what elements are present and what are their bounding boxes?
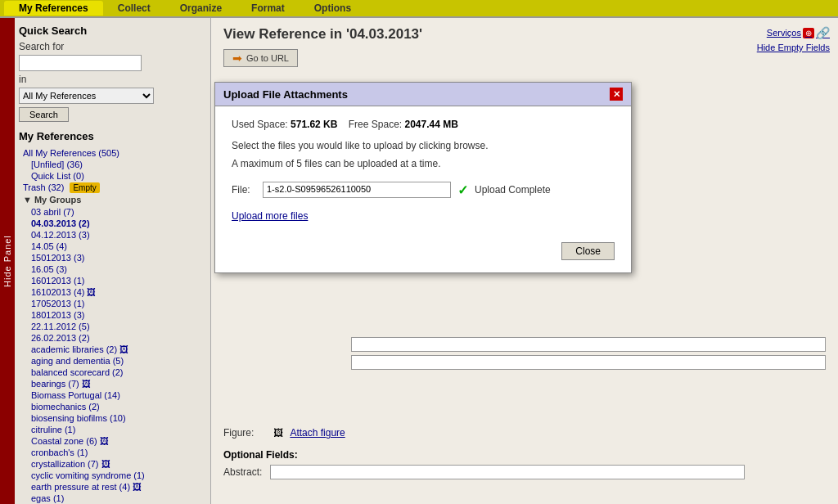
file-input-display[interactable]: 1-s2.0-S09596526110050 <box>263 182 451 198</box>
free-space-value: 2047.44 MB <box>405 119 458 130</box>
free-space-label: Free Space: <box>349 119 402 130</box>
modal-footer: Close <box>215 234 631 272</box>
modal-title: Upload File Attachments <box>223 88 348 101</box>
select-msg: Select the files you would like to uploa… <box>232 140 615 151</box>
file-label: File: <box>232 184 256 196</box>
modal-overlay: Upload File Attachments ✕ Used Space: 57… <box>0 0 838 504</box>
modal-header: Upload File Attachments ✕ <box>215 83 631 106</box>
file-row: File: 1-s2.0-S09596526110050 ✓ Upload Co… <box>232 182 615 198</box>
max-msg: A maximum of 5 files can be uploaded at … <box>232 158 615 169</box>
upload-more-link[interactable]: Upload more files <box>232 210 308 222</box>
space-info: Used Space: 571.62 KB Free Space: 2047.4… <box>232 119 615 130</box>
modal-body: Used Space: 571.62 KB Free Space: 2047.4… <box>215 106 631 234</box>
upload-checkmark-icon: ✓ <box>457 182 468 198</box>
modal-close-x-button[interactable]: ✕ <box>610 88 623 101</box>
upload-complete-text: Upload Complete <box>475 184 551 196</box>
used-space-value: 571.62 KB <box>291 119 337 130</box>
upload-modal: Upload File Attachments ✕ Used Space: 57… <box>214 82 632 273</box>
modal-close-button[interactable]: Close <box>561 242 615 260</box>
used-space-label: Used Space: <box>232 119 288 130</box>
